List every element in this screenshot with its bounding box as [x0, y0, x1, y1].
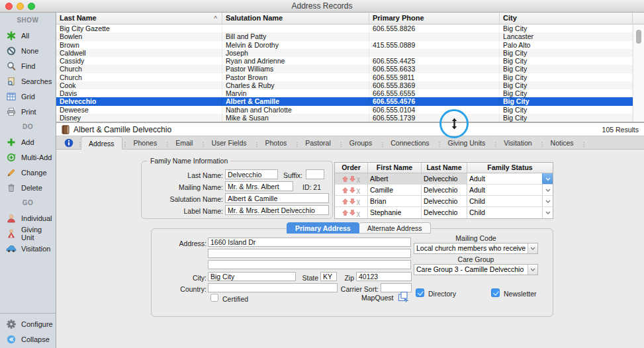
- table-row[interactable]: CassidyRyan and Adrienne606.555.4425Big …: [56, 57, 633, 65]
- salutation-name-field[interactable]: [225, 193, 329, 203]
- table-row[interactable]: CookCharles & Ruby606.555.8369Big City: [56, 81, 633, 89]
- sidebar-item-delete[interactable]: Delete: [0, 180, 56, 195]
- address-line3-field[interactable]: [208, 260, 411, 269]
- asterisk-icon: [6, 30, 17, 41]
- remove-member-icon[interactable]: χ: [357, 175, 361, 182]
- move-up-icon[interactable]: [342, 187, 348, 193]
- country-field[interactable]: [208, 283, 338, 292]
- tab-user-fields[interactable]: User Fields: [204, 136, 253, 150]
- tab-groups[interactable]: Groups: [342, 136, 379, 150]
- column-header-salutation-name[interactable]: Salutation Name: [222, 13, 369, 24]
- address-line2-field[interactable]: [208, 249, 411, 258]
- chevron-down-icon[interactable]: [542, 196, 553, 206]
- sidebar-footer: Configure Collapse: [0, 313, 56, 347]
- sidebar-item-multi-add[interactable]: Multi-Add: [0, 150, 56, 165]
- sidebar-item-individual[interactable]: Individual: [0, 210, 56, 226]
- tab-connections[interactable]: Connections: [383, 136, 436, 150]
- city-field[interactable]: [208, 272, 296, 281]
- move-down-icon[interactable]: [349, 187, 355, 193]
- sidebar-item-print[interactable]: Print: [0, 104, 56, 119]
- directory-checkbox[interactable]: [416, 288, 424, 297]
- mailing-name-field[interactable]: [225, 181, 293, 191]
- last-name-field[interactable]: [225, 169, 278, 179]
- sidebar-item-none[interactable]: None: [0, 43, 56, 58]
- certified-checkbox[interactable]: [210, 294, 218, 302]
- member-row[interactable]: χCamilleDelvecchioAdult: [335, 185, 553, 196]
- tab-address[interactable]: Address: [81, 136, 122, 150]
- move-up-icon[interactable]: [342, 176, 348, 182]
- sidebar-item-giving-unit[interactable]: Giving Unit: [0, 226, 56, 241]
- sidebar-section-do: DO: [0, 119, 56, 134]
- chevron-down-icon[interactable]: [542, 185, 553, 195]
- sidebar-item-visitation[interactable]: Visitation: [0, 241, 56, 256]
- table-row[interactable]: BrownMelvin & Dorothy415.555.0889Palo Al…: [56, 41, 633, 49]
- sidebar-item-change[interactable]: Change: [0, 165, 56, 180]
- table-cell: [222, 24, 369, 32]
- tab-notices[interactable]: Notices: [543, 136, 581, 150]
- newsletter-checkbox[interactable]: [491, 288, 500, 297]
- sidebar-item-grid[interactable]: Grid: [0, 89, 56, 104]
- address-line1-field[interactable]: [208, 238, 411, 247]
- family-status-dropdown[interactable]: Adult: [467, 185, 553, 195]
- tab-email[interactable]: Email: [168, 136, 200, 150]
- tab-giving-units[interactable]: Giving Units: [441, 136, 493, 150]
- label-name-field[interactable]: [225, 205, 329, 215]
- family-status-dropdown[interactable]: Child: [467, 196, 553, 206]
- chevron-down-icon[interactable]: [542, 173, 553, 184]
- member-row[interactable]: χAlbertDelvecchioAdult: [335, 173, 553, 185]
- table-row[interactable]: CaldwellJosephBig City: [56, 49, 633, 57]
- table-row[interactable]: DelvecchioAlbert & Camille606.555.4576Bi…: [56, 97, 633, 105]
- table-cell: 606.555.6633: [369, 65, 500, 73]
- tab-pastoral[interactable]: Pastoral: [298, 136, 338, 150]
- care-group-dropdown[interactable]: Care Group 3 - Camille Delvecchio: [414, 264, 538, 275]
- tab-phones[interactable]: Phones: [126, 136, 165, 150]
- table-cell: 666.555.6555: [369, 89, 500, 97]
- map-link-icon[interactable]: [398, 291, 410, 304]
- suffix-field[interactable]: [306, 169, 324, 179]
- remove-member-icon[interactable]: χ: [357, 198, 361, 204]
- family-status-dropdown[interactable]: Child: [467, 207, 553, 218]
- chevron-down-icon[interactable]: [528, 243, 537, 253]
- records-scrollbar[interactable]: [633, 24, 644, 122]
- family-status-dropdown[interactable]: Adult: [467, 173, 553, 184]
- move-up-icon[interactable]: [342, 198, 348, 204]
- table-row[interactable]: DavisMarvin666.555.6555Big City: [56, 89, 633, 97]
- address-label: Address:: [158, 239, 207, 247]
- tab-visitation[interactable]: Visitation: [496, 136, 539, 150]
- table-row[interactable]: ChurchPastor Williams606.555.6633Big Cit…: [56, 65, 633, 73]
- sidebar-item-find[interactable]: Find: [0, 58, 56, 73]
- table-row[interactable]: DisneyMike & Susan606.555.1739Big City: [56, 114, 633, 122]
- sidebar-item-add[interactable]: Add: [0, 134, 56, 150]
- sidebar-item-configure[interactable]: Configure: [0, 316, 56, 331]
- mapquest-button[interactable]: MapQuest: [361, 294, 393, 302]
- tab-photos[interactable]: Photos: [258, 136, 295, 150]
- remove-member-icon[interactable]: χ: [357, 187, 361, 193]
- table-row[interactable]: Big City Gazette606.555.8826Big City: [56, 24, 633, 32]
- column-header-primary-phone[interactable]: Primary Phone: [369, 13, 500, 24]
- state-field[interactable]: [320, 272, 337, 281]
- column-header-last-name[interactable]: Last Name^: [56, 13, 222, 24]
- chevron-down-icon[interactable]: [542, 207, 553, 218]
- sidebar-item-all[interactable]: All: [0, 28, 56, 43]
- table-row[interactable]: BowlenBill and PattyLancaster: [56, 32, 633, 40]
- zip-field[interactable]: [356, 272, 412, 281]
- member-row[interactable]: χBrianDelvecchioChild: [335, 196, 553, 207]
- sidebar-item-searches[interactable]: Searches: [0, 73, 56, 89]
- sidebar-item-collapse[interactable]: Collapse: [0, 331, 56, 347]
- move-down-icon[interactable]: [349, 210, 355, 216]
- member-row[interactable]: χStephanieDelvecchioChild: [335, 207, 553, 218]
- tab-alternate-address[interactable]: Alternate Address: [359, 222, 431, 234]
- tab-primary-address[interactable]: Primary Address: [287, 222, 359, 234]
- move-down-icon[interactable]: [349, 176, 355, 182]
- move-down-icon[interactable]: [349, 198, 355, 204]
- chevron-down-icon[interactable]: [528, 265, 537, 275]
- move-up-icon[interactable]: [342, 210, 348, 216]
- split-drag-indicator[interactable]: [439, 109, 469, 138]
- info-icon[interactable]: [64, 138, 73, 148]
- table-row[interactable]: ChurchPastor Brown606.555.9811Big City: [56, 73, 633, 81]
- scrollbar-thumb[interactable]: [636, 30, 641, 44]
- remove-member-icon[interactable]: χ: [357, 210, 361, 216]
- column-header-city[interactable]: City: [500, 13, 633, 24]
- table-row[interactable]: DeweeseNathan and Charlotte606.555.0104B…: [56, 106, 633, 114]
- mailing-code-dropdown[interactable]: Local church members who receive mail: [414, 243, 538, 254]
